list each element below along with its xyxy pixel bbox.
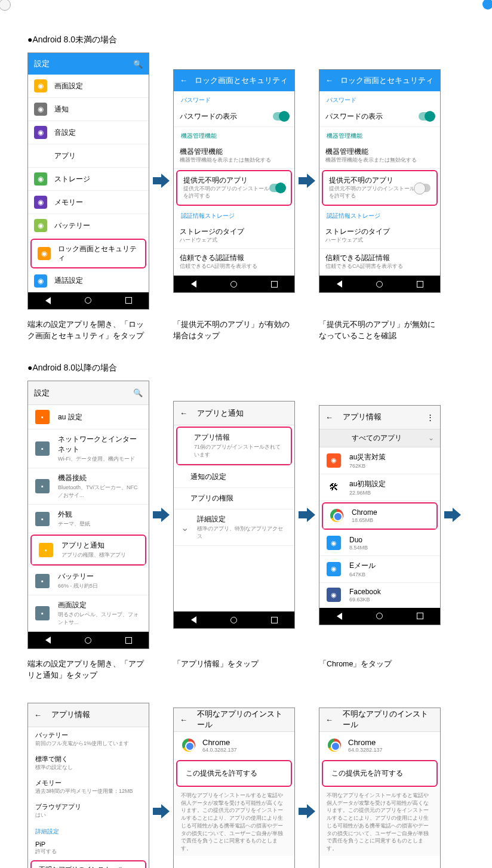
list-item[interactable]: ◉音設定 (28, 121, 149, 144)
item-pip[interactable]: PiP許可する (28, 837, 149, 859)
android-navbar (174, 611, 294, 628)
back-icon[interactable] (337, 280, 342, 288)
list-item[interactable]: ◉ストレージ (28, 168, 149, 191)
item-notif[interactable]: 通知の設定 (174, 467, 294, 488)
recent-icon[interactable] (417, 281, 423, 288)
list-item[interactable]: ▪機器接続Bluetooth、TV/スピーカー、NFC／おサイ... (28, 468, 149, 505)
warning-text: 不明なアプリをインストールすると電話や個人データが攻撃を受ける可能性が高くなりま… (319, 788, 440, 856)
android-navbar (319, 276, 440, 292)
list-item[interactable]: ◉画面設定 (28, 75, 149, 98)
item-unknown-sources[interactable]: 提供元不明のアプリ提供元不明のアプリのインストールを許可する (177, 171, 291, 204)
item-icon: ◉ (38, 247, 51, 260)
recent-icon[interactable] (125, 637, 132, 644)
list-item[interactable]: ▪au 設定 (28, 405, 149, 430)
list-item[interactable]: ◉アプリ (28, 144, 149, 168)
item-perm[interactable]: アプリの権限 (174, 488, 294, 509)
back-icon[interactable] (191, 280, 196, 288)
back-icon[interactable]: ← (180, 715, 187, 724)
home-icon[interactable] (376, 613, 383, 619)
list-item[interactable]: ◉ロック画面とセキュリティ (32, 240, 145, 267)
caption: 端末の設定アプリを開き、「アプリと通知」をタップ (27, 659, 149, 681)
filter-all[interactable]: すべてのアプリ⌄ (319, 430, 440, 447)
back-icon[interactable]: ← (34, 711, 42, 719)
back-icon[interactable] (45, 297, 51, 304)
item-show-password[interactable]: パスワードの表示 (174, 107, 294, 127)
item-show-password[interactable]: パスワードの表示 (319, 107, 440, 127)
item-device-admin[interactable]: 機器管理機能機器管理機能を表示または無効化する (174, 143, 294, 169)
list-item[interactable]: 🛠au初期設定22.96MB (319, 474, 440, 501)
back-icon[interactable]: ← (325, 413, 333, 422)
back-icon[interactable] (191, 616, 196, 623)
back-icon[interactable]: ← (325, 76, 333, 85)
search-icon[interactable]: 🔍 (133, 60, 143, 69)
item-adv[interactable]: ⌄詳細設定標準のアプリ、特別なアプリアクセス (174, 509, 294, 546)
item-unknown-install[interactable]: 不明なアプリのインストール許可 (32, 861, 145, 868)
home-icon[interactable] (230, 281, 237, 288)
list-item[interactable]: ▪外観テーマ、壁紙 (28, 505, 149, 533)
recent-icon[interactable] (271, 617, 278, 623)
item-sub: 647KB (349, 572, 433, 577)
list-item[interactable]: ◉Facebook69.63KB (319, 583, 440, 608)
home-icon[interactable] (376, 281, 383, 288)
item-trusted-cred[interactable]: 信頼できる認証情報信頼できるCA証明書を表示する (319, 249, 440, 276)
phone-chrome-info: ←アプリ情報 バッテリー前回のフル充電から1%使用しています 標準で開く標準の設… (27, 703, 149, 868)
item-allow-source[interactable]: この提供元を許可する (177, 761, 291, 786)
android-navbar (174, 276, 294, 292)
item-sub: 明るさのレベル、スリープ、フォントサ... (58, 611, 142, 626)
back-icon[interactable] (337, 613, 342, 620)
toggle-icon[interactable] (273, 112, 288, 121)
item-battery[interactable]: バッテリー前回のフル充電から1%使用しています (28, 727, 149, 751)
list-item[interactable]: ◉メモリー (28, 191, 149, 214)
back-icon[interactable]: ← (325, 715, 333, 724)
item-label: 音設定 (54, 128, 143, 137)
item-label: ネットワークとインターネット (58, 434, 142, 455)
home-icon[interactable] (85, 637, 91, 644)
item-storage-type[interactable]: ストレージのタイプハードウェア式 (319, 223, 440, 249)
item-unknown-sources[interactable]: 提供元不明のアプリ提供元不明のアプリのインストールを許可する (323, 171, 436, 204)
list-item[interactable]: ◉バッテリー (28, 214, 149, 237)
item-device-admin[interactable]: 機器管理機能機器管理機能を表示または無効化する (319, 143, 440, 169)
section-device: 機器管理機能 (174, 127, 294, 143)
home-icon[interactable] (230, 617, 237, 623)
toggle-icon[interactable] (415, 184, 430, 192)
list-item[interactable]: ▪ネットワークとインターネットWi-Fi、データ使用、機内モード (28, 430, 149, 468)
header-title: アプリ情報 (343, 412, 426, 422)
item-trusted-cred[interactable]: 信頼できる認証情報信頼できるCA証明書を表示する (174, 249, 294, 276)
item-allow-source[interactable]: この提供元を許可する (323, 761, 436, 786)
list-item[interactable]: Chrome18.65MB (323, 503, 436, 529)
item-storage-type[interactable]: ストレージのタイプハードウェア式 (174, 223, 294, 249)
list-item[interactable]: ◉au災害対策762KB (319, 447, 440, 474)
recent-icon[interactable] (125, 297, 132, 304)
list-item[interactable]: ◉Eメール647KB (319, 556, 440, 583)
highlight-chrome: Chrome18.65MB (322, 502, 438, 530)
arrow-icon (153, 504, 170, 526)
item-app-info[interactable]: アプリ情報71個のアプリがインストールされています (177, 428, 291, 464)
list-item[interactable]: ◉Duo8.54MB (319, 531, 440, 556)
list-item[interactable]: ▪バッテリー66% - 残り約5日 (28, 567, 149, 595)
item-memory[interactable]: メモリー過去3時間の平均メモリー使用量：12MB (28, 775, 149, 799)
item-browser[interactable]: ブラウザアプリはい (28, 799, 149, 823)
item-sub: Wi-Fi、データ使用、機内モード (58, 455, 142, 463)
recent-icon[interactable] (271, 281, 278, 288)
list-item[interactable]: ▪アプリと通知アプリの権限、標準アプリ (32, 536, 145, 564)
toggle-icon[interactable] (269, 184, 285, 192)
item-label: Duo (349, 536, 433, 544)
toggle-icon[interactable] (419, 112, 434, 121)
item-label: Facebook (349, 588, 433, 596)
list-item[interactable]: ◉通話設定 (28, 270, 149, 292)
item-icon: ▪ (35, 574, 50, 588)
recent-icon[interactable] (417, 613, 423, 619)
item-icon: ◉ (34, 79, 47, 92)
search-icon[interactable]: 🔍 (133, 388, 143, 397)
highlight-unknown-install: 不明なアプリのインストール許可 (30, 860, 146, 868)
back-icon[interactable] (45, 637, 51, 644)
home-icon[interactable] (85, 297, 91, 304)
back-icon[interactable]: ← (180, 409, 187, 418)
header: ←アプリ情報⋮ (319, 406, 440, 430)
menu-icon[interactable]: ⋮ (426, 413, 434, 422)
list-item[interactable]: ▪画面設定明るさのレベル、スリープ、フォントサ... (28, 595, 149, 632)
list-item[interactable]: ◉通知 (28, 98, 149, 121)
item-open-default[interactable]: 標準で開く標準の設定なし (28, 751, 149, 775)
back-icon[interactable]: ← (180, 76, 187, 85)
item-sub: Bluetooth、TV/スピーカー、NFC／おサイ... (58, 484, 142, 499)
